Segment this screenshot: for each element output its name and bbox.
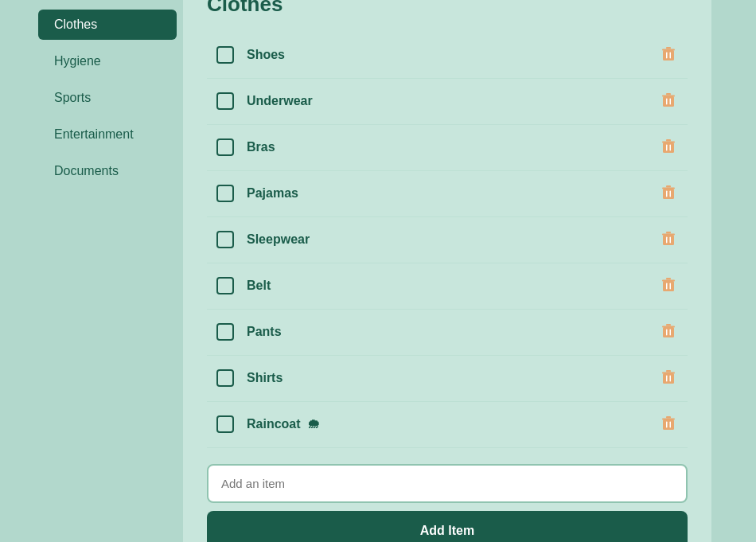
trash-icon <box>662 278 675 292</box>
svg-rect-9 <box>666 93 671 96</box>
svg-rect-39 <box>666 370 671 372</box>
svg-rect-3 <box>662 49 675 50</box>
svg-rect-30 <box>663 327 674 337</box>
svg-rect-22 <box>670 236 672 243</box>
svg-rect-29 <box>666 278 671 280</box>
svg-rect-6 <box>666 98 668 104</box>
trash-icon <box>662 416 675 431</box>
svg-rect-23 <box>662 233 675 235</box>
checkbox-sleepwear[interactable] <box>216 231 234 248</box>
svg-rect-10 <box>663 142 674 153</box>
app-container: AccessoriesClothesHygieneSportsEntertain… <box>32 0 724 542</box>
item-label-belt: Belt <box>247 279 659 293</box>
svg-rect-44 <box>666 416 671 419</box>
checkbox-pajamas[interactable] <box>216 185 234 202</box>
delete-button-bras[interactable] <box>659 136 678 159</box>
item-label-sleepwear: Sleepwear <box>247 232 659 247</box>
svg-rect-8 <box>662 95 675 96</box>
sidebar: AccessoriesClothesHygieneSportsEntertain… <box>32 0 183 542</box>
checkbox-raincoat[interactable] <box>216 415 234 433</box>
svg-rect-40 <box>663 419 674 430</box>
svg-rect-43 <box>662 418 675 419</box>
item-emoji-icon-raincoat: 🌧 <box>307 417 320 431</box>
delete-button-pajamas[interactable] <box>659 182 678 205</box>
add-item-input[interactable] <box>207 464 688 503</box>
svg-rect-13 <box>662 141 675 142</box>
svg-rect-25 <box>663 281 674 291</box>
trash-icon <box>662 185 675 200</box>
list-item: Shirts <box>207 356 688 402</box>
checkbox-belt[interactable] <box>216 277 234 294</box>
svg-rect-1 <box>666 52 668 58</box>
add-item-button[interactable]: Add Item <box>207 511 688 543</box>
svg-rect-4 <box>666 47 671 49</box>
svg-rect-14 <box>666 139 671 142</box>
delete-button-belt[interactable] <box>659 275 678 298</box>
checkbox-shoes[interactable] <box>216 46 234 64</box>
svg-rect-16 <box>666 190 668 197</box>
sidebar-item-hygiene[interactable]: Hygiene <box>38 46 177 76</box>
list-item: Belt <box>207 263 688 310</box>
page-title: Clothes <box>207 0 688 17</box>
delete-button-sleepwear[interactable] <box>659 228 678 252</box>
checkbox-shirts[interactable] <box>216 369 234 387</box>
item-label-shirts: Shirts <box>247 371 659 385</box>
list-item: Sleepwear <box>207 217 688 263</box>
svg-rect-32 <box>670 329 672 335</box>
list-item: Bras <box>207 125 688 171</box>
main-content: Clothes Shoes Underwear Bras Pajamas <box>183 0 711 542</box>
svg-rect-15 <box>663 189 674 199</box>
item-label-shoes: Shoes <box>247 48 659 62</box>
list-item: Raincoat🌧 <box>207 402 688 448</box>
svg-rect-26 <box>666 283 668 289</box>
sidebar-item-documents[interactable]: Documents <box>38 156 177 186</box>
svg-rect-0 <box>663 50 674 60</box>
list-item: Underwear <box>207 79 688 125</box>
svg-rect-5 <box>663 96 674 107</box>
svg-rect-24 <box>666 232 671 234</box>
trash-icon <box>662 370 675 384</box>
svg-rect-21 <box>666 236 668 243</box>
item-label-pants: Pants <box>247 325 659 339</box>
svg-rect-11 <box>666 144 668 150</box>
item-label-raincoat: Raincoat🌧 <box>247 417 659 431</box>
checkbox-pants[interactable] <box>216 323 234 341</box>
checkbox-underwear[interactable] <box>216 92 234 110</box>
delete-button-raincoat[interactable] <box>659 413 678 436</box>
sidebar-item-clothes[interactable]: Clothes <box>38 10 177 40</box>
svg-rect-34 <box>666 324 671 326</box>
delete-button-pants[interactable] <box>659 321 678 344</box>
trash-icon <box>662 324 675 338</box>
sidebar-item-sports[interactable]: Sports <box>38 83 177 113</box>
svg-rect-38 <box>662 372 675 373</box>
svg-rect-41 <box>666 421 668 427</box>
sidebar-item-accessories[interactable]: Accessories <box>38 0 177 3</box>
svg-rect-18 <box>662 187 675 189</box>
sidebar-item-entertainment[interactable]: Entertainment <box>38 119 177 150</box>
svg-rect-20 <box>663 235 674 245</box>
delete-button-shirts[interactable] <box>659 367 678 390</box>
checkbox-bras[interactable] <box>216 138 234 156</box>
items-list: Shoes Underwear Bras Pajamas Sleepwear <box>207 33 688 448</box>
svg-rect-12 <box>670 144 672 150</box>
trash-icon <box>662 232 675 246</box>
svg-rect-33 <box>662 326 675 327</box>
svg-rect-19 <box>666 185 671 188</box>
svg-rect-2 <box>670 52 672 58</box>
trash-icon <box>662 47 675 61</box>
svg-rect-36 <box>666 375 668 381</box>
svg-rect-35 <box>663 373 674 384</box>
svg-rect-27 <box>670 283 672 289</box>
svg-rect-42 <box>670 421 672 427</box>
delete-button-shoes[interactable] <box>659 44 678 67</box>
svg-rect-28 <box>662 279 675 281</box>
item-label-bras: Bras <box>247 140 659 154</box>
list-item: Pants <box>207 310 688 356</box>
svg-rect-31 <box>666 329 668 335</box>
svg-rect-17 <box>670 190 672 197</box>
svg-rect-37 <box>670 375 672 381</box>
input-section: Add Item <box>207 464 688 543</box>
delete-button-underwear[interactable] <box>659 90 678 113</box>
item-label-underwear: Underwear <box>247 94 659 108</box>
svg-rect-7 <box>670 98 672 104</box>
